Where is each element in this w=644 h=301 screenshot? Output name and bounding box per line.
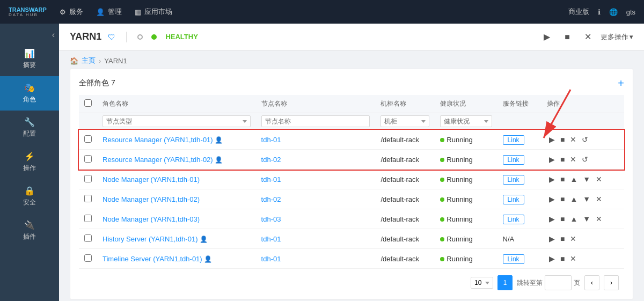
col-rack-name: 机柜名称 xyxy=(375,95,435,113)
table-row: Node Manager (YARN1,tdh-03)tdh-03/defaul… xyxy=(79,209,624,229)
service-link-button[interactable]: Link xyxy=(503,195,524,204)
sidebar-toggle[interactable]: ‹ xyxy=(48,28,59,42)
down-op-button[interactable]: ▼ xyxy=(581,214,592,224)
play-op-button[interactable]: ▶ xyxy=(547,233,557,244)
stop-op-button[interactable]: ■ xyxy=(558,214,567,224)
up-op-button[interactable]: ▲ xyxy=(568,174,580,185)
stop-op-button[interactable]: ■ xyxy=(558,174,567,185)
service-link-button[interactable]: Link xyxy=(503,155,524,165)
row-checkbox[interactable] xyxy=(84,155,92,163)
nav-item-manage[interactable]: 👤 管理 xyxy=(96,7,122,17)
page-size-select[interactable]: 10 20 50 xyxy=(471,277,493,289)
user-label[interactable]: gts xyxy=(626,8,635,16)
up-op-button[interactable]: ▲ xyxy=(568,214,580,224)
summary-icon: 📊 xyxy=(24,48,35,58)
jump-input[interactable] xyxy=(545,275,572,290)
up-op-button[interactable]: ✕ xyxy=(568,253,579,264)
sidebar-item-security[interactable]: 🔒 安全 xyxy=(0,179,59,214)
row-checkbox[interactable] xyxy=(84,135,92,143)
page-1-button[interactable]: 1 xyxy=(497,275,513,290)
sidebar-item-ops[interactable]: ⚡ 操作 xyxy=(0,145,59,179)
role-name-link[interactable]: Resource Manager (YARN1,tdh-01) xyxy=(103,136,213,144)
status-dot xyxy=(440,138,444,142)
nav-right: 商业版 ℹ 🌐 gts xyxy=(568,7,635,17)
up-op-button[interactable]: ✕ xyxy=(568,154,579,165)
stop-op-button[interactable]: ■ xyxy=(558,233,567,244)
more-ops-label: 更多操作 xyxy=(601,32,628,42)
sidebar-item-summary[interactable]: 📊 摘要 xyxy=(0,42,59,76)
role-name-link[interactable]: Node Manager (YARN1,tdh-03) xyxy=(103,215,200,223)
down-op-button[interactable]: ▼ xyxy=(581,194,592,204)
select-all-checkbox[interactable] xyxy=(84,99,92,107)
stop-op-button[interactable]: ■ xyxy=(558,154,567,165)
filter-role-type[interactable]: 节点类型 xyxy=(103,115,251,127)
service-link-button[interactable]: Link xyxy=(503,135,524,145)
ops-cell: ▶■✕ xyxy=(541,229,624,249)
row-checkbox[interactable] xyxy=(84,175,92,182)
info-icon[interactable]: ℹ xyxy=(598,8,601,16)
up-op-button[interactable]: ✕ xyxy=(568,233,579,244)
play-op-button[interactable]: ▶ xyxy=(547,174,557,185)
role-name-link[interactable]: Node Manager (YARN1,tdh-01) xyxy=(103,175,200,183)
brand-sub: DATA HUB xyxy=(9,13,47,17)
close-op-button[interactable]: ✕ xyxy=(594,214,604,224)
nav-item-appmarket[interactable]: ▦ 应用市场 xyxy=(135,7,172,17)
rack-name-cell: /default-rack xyxy=(375,130,435,150)
down-op-button[interactable]: ↺ xyxy=(580,154,590,165)
service-link-button[interactable]: Link xyxy=(503,254,524,264)
play-op-button[interactable]: ▶ xyxy=(547,194,557,204)
play-button[interactable]: ▶ xyxy=(539,30,554,45)
service-link-cell: Link xyxy=(497,189,541,209)
ops-cell: ▶■▲▼✕ xyxy=(541,189,624,209)
row-checkbox[interactable] xyxy=(84,254,92,262)
breadcrumb-home[interactable]: 主页 xyxy=(82,56,96,65)
play-op-button[interactable]: ▶ xyxy=(547,134,557,145)
filter-health[interactable]: 健康状况 xyxy=(440,115,492,127)
row-checkbox[interactable] xyxy=(84,215,92,222)
more-ops-button[interactable]: 更多操作 ▾ xyxy=(601,32,633,42)
ops-cell: ▶■✕↺ xyxy=(541,130,624,150)
sidebar-item-config[interactable]: 🔧 配置 xyxy=(0,111,59,145)
rack-name-cell: /default-rack xyxy=(375,209,435,229)
status-dot xyxy=(440,197,444,202)
up-op-button[interactable]: ▲ xyxy=(568,194,580,204)
sidebar-item-roles[interactable]: 🎭 角色 xyxy=(0,76,59,111)
main-layout: ‹ 📊 摘要 🎭 角色 🔧 配置 ⚡ 操作 🔒 安全 🔌 插件 YARN1 xyxy=(0,24,644,301)
globe-icon[interactable]: 🌐 xyxy=(609,8,618,16)
up-op-button[interactable]: ✕ xyxy=(568,134,579,145)
stop-button[interactable]: ■ xyxy=(560,30,575,45)
filter-node-name[interactable] xyxy=(261,115,370,127)
role-name-link[interactable]: Timeline Server (YARN1,tdh-01) xyxy=(103,255,202,263)
filter-rack[interactable]: 机柜 xyxy=(380,115,429,127)
down-op-button[interactable]: ▼ xyxy=(581,174,592,185)
content-area: 全部角色 7 + xyxy=(59,69,644,301)
node-name-cell: tdh-02 xyxy=(256,189,376,209)
nav-item-service[interactable]: ⚙ 服务 xyxy=(60,7,83,17)
table-row: Resource Manager (YARN1,tdh-01) 👤tdh-01/… xyxy=(79,130,624,150)
role-name-link[interactable]: Node Manager (YARN1,tdh-02) xyxy=(103,195,200,203)
stop-op-button[interactable]: ■ xyxy=(558,253,567,264)
edition-label[interactable]: 商业版 xyxy=(568,7,589,17)
stop-op-button[interactable]: ■ xyxy=(558,134,567,145)
close-button[interactable]: ✕ xyxy=(580,30,595,45)
sidebar-item-plugins[interactable]: 🔌 插件 xyxy=(0,214,59,248)
security-label: 安全 xyxy=(23,198,36,207)
service-link-button[interactable]: Link xyxy=(503,215,524,224)
play-op-button[interactable]: ▶ xyxy=(547,253,557,264)
role-name-link[interactable]: History Server (YARN1,tdh-01) xyxy=(103,235,197,243)
close-op-button[interactable]: ✕ xyxy=(594,194,604,204)
table-row: Node Manager (YARN1,tdh-02)tdh-02/defaul… xyxy=(79,189,624,209)
play-op-button[interactable]: ▶ xyxy=(547,154,557,165)
role-name-link[interactable]: Resource Manager (YARN1,tdh-02) xyxy=(103,156,213,164)
row-checkbox[interactable] xyxy=(84,234,92,242)
play-op-button[interactable]: ▶ xyxy=(547,214,557,224)
service-link-button[interactable]: Link xyxy=(503,175,524,185)
next-page-button[interactable]: › xyxy=(604,275,619,290)
down-op-button[interactable]: ↺ xyxy=(580,134,590,145)
prev-page-button[interactable]: ‹ xyxy=(584,275,599,290)
row-checkbox[interactable] xyxy=(84,195,92,202)
header-actions: ▶ ■ ✕ 更多操作 ▾ xyxy=(539,30,633,45)
add-role-button[interactable]: + xyxy=(618,78,624,89)
stop-op-button[interactable]: ■ xyxy=(558,194,567,204)
close-op-button[interactable]: ✕ xyxy=(594,174,604,185)
